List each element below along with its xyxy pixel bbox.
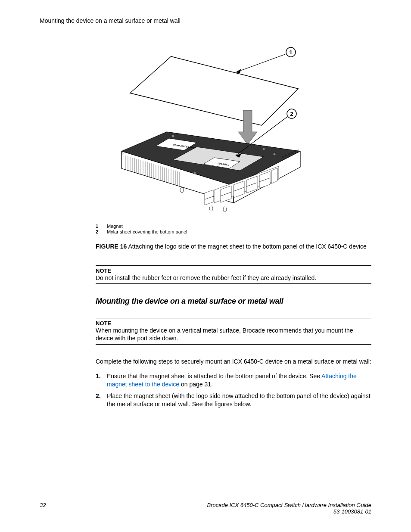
figure-caption-text: Attaching the logo side of the magnet sh… bbox=[127, 243, 366, 250]
figure-legend: 1 Magnet 2 Mylar sheet covering the bott… bbox=[96, 224, 371, 234]
svg-marker-2 bbox=[236, 69, 241, 73]
running-head: Mounting the device on a metal surface o… bbox=[40, 17, 371, 24]
svg-marker-54 bbox=[271, 168, 277, 184]
note-title: NOTE bbox=[96, 320, 371, 327]
steps-list: Ensure that the magnet sheet is attached… bbox=[96, 372, 371, 408]
figure-caption: FIGURE 16 Attaching the logo side of the… bbox=[96, 243, 371, 250]
legend-text-1: Magnet bbox=[107, 224, 123, 229]
figure-number: FIGURE 16 bbox=[96, 243, 127, 250]
svg-point-42 bbox=[273, 153, 276, 156]
svg-point-63 bbox=[180, 187, 184, 193]
legend-num-2: 2 bbox=[96, 229, 107, 234]
step-1: Ensure that the magnet sheet is attached… bbox=[96, 372, 371, 389]
legend-num-1: 1 bbox=[96, 224, 107, 229]
legend-text-2: Mylar sheet covering the bottom panel bbox=[107, 229, 187, 234]
note-title: NOTE bbox=[96, 268, 371, 274]
magnet-sheet bbox=[130, 56, 298, 125]
svg-text:1: 1 bbox=[289, 49, 292, 56]
svg-text:2: 2 bbox=[290, 111, 293, 117]
callout-1: 1 bbox=[236, 47, 296, 73]
note-body: When mounting the device on a vertical m… bbox=[96, 327, 371, 342]
note-1: NOTE Do not install the rubber feet or r… bbox=[96, 265, 371, 284]
page-footer: 32 Brocade ICX 6450-C Compact Switch Har… bbox=[40, 502, 371, 515]
svg-point-64 bbox=[209, 206, 213, 211]
intro-paragraph: Complete the following steps to securely… bbox=[96, 358, 371, 366]
svg-point-65 bbox=[223, 207, 227, 212]
step-1-text-b: on page 31. bbox=[179, 381, 213, 388]
device-body: COMPLIANCE LABEL I.D LABEL bbox=[121, 132, 300, 212]
doc-title: Brocade ICX 6450-C Compact Switch Hardwa… bbox=[207, 502, 371, 508]
step-1-text-a: Ensure that the magnet sheet is attached… bbox=[107, 373, 321, 380]
section-heading: Mounting the device on a metal surface o… bbox=[96, 297, 371, 306]
svg-point-41 bbox=[193, 171, 196, 174]
note-2: NOTE When mounting the device on a verti… bbox=[96, 318, 371, 344]
page-number: 32 bbox=[40, 502, 46, 515]
doc-id: 53-1003081-01 bbox=[207, 508, 371, 515]
note-body: Do not install the rubber feet or remove… bbox=[96, 274, 371, 282]
svg-line-1 bbox=[236, 54, 285, 72]
svg-point-44 bbox=[262, 148, 265, 150]
step-2: Place the magnet sheet (with the logo si… bbox=[96, 392, 371, 408]
figure-16: 1 bbox=[40, 41, 371, 215]
svg-marker-0 bbox=[130, 56, 298, 125]
svg-point-43 bbox=[172, 135, 174, 137]
